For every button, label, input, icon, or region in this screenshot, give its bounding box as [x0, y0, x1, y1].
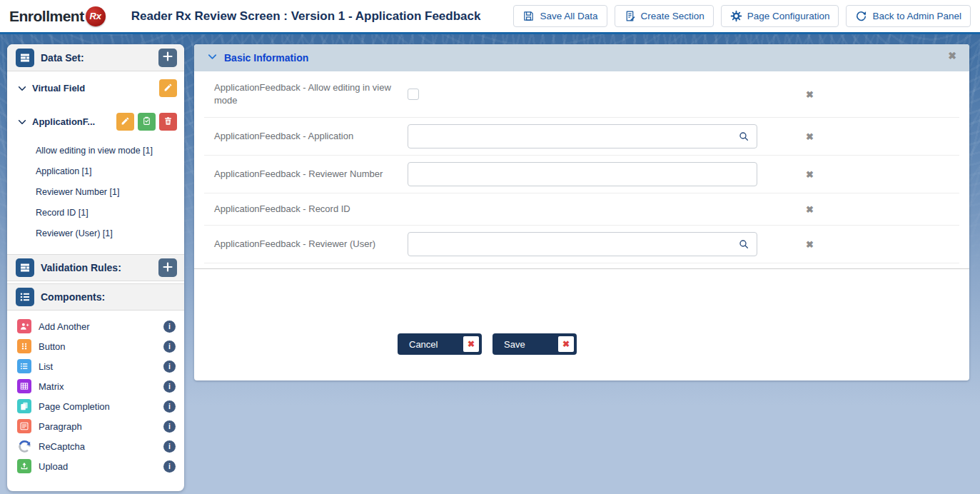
components-icon — [16, 288, 34, 306]
group-label: Virtual Field — [32, 83, 85, 94]
logo-text: Enrollment — [9, 8, 84, 25]
info-icon[interactable]: i — [163, 341, 176, 353]
edit-button[interactable] — [159, 79, 177, 97]
section-header[interactable]: Basic Information ✖ — [194, 44, 969, 71]
dataset-field-item[interactable]: Reviewer Number [1] — [7, 181, 184, 202]
form-field-row: ApplicationFeedback - Allow editing in v… — [204, 71, 959, 118]
dataset-groups: Virtual FieldApplicationF... — [7, 71, 184, 138]
search-icon[interactable] — [738, 131, 749, 142]
dataset-field-item[interactable]: Reviewer (User) [1] — [7, 223, 184, 243]
save-button[interactable]: Save ✖ — [492, 333, 577, 355]
close-section-button[interactable]: ✖ — [948, 51, 956, 61]
form-field-row: ApplicationFeedback - Reviewer Number✖ — [204, 156, 959, 193]
recaptcha-icon — [17, 439, 31, 453]
remove-field-button[interactable]: ✖ — [806, 132, 814, 141]
info-icon[interactable]: i — [163, 440, 176, 453]
chevron-down-icon[interactable] — [207, 51, 218, 65]
page-configuration-button[interactable]: Page Configuration — [721, 5, 839, 27]
component-item[interactable]: Page Completioni — [7, 396, 184, 416]
cancel-button-label: Cancel — [409, 339, 438, 350]
field-label: ApplicationFeedback - Record ID — [204, 203, 408, 216]
info-icon[interactable]: i — [163, 321, 176, 333]
component-list: Add AnotheriButtoniListiMatrixiPage Comp… — [7, 311, 184, 483]
field-label: ApplicationFeedback - Reviewer Number — [204, 168, 408, 181]
form-rows: ApplicationFeedback - Allow editing in v… — [204, 71, 959, 263]
chevron-down-icon[interactable] — [17, 117, 27, 127]
logo: Enrollment Rx — [9, 6, 106, 26]
component-label: Add Another — [39, 321, 90, 332]
back-to-admin-panel-button[interactable]: Back to Admin Panel — [846, 5, 971, 27]
delete-button[interactable] — [159, 113, 177, 131]
dataset-field-item[interactable]: Record ID [1] — [7, 202, 184, 223]
application-lookup-input[interactable] — [408, 124, 757, 148]
allow-editing-checkbox[interactable] — [408, 89, 419, 100]
dataset-header: Data Set: — [7, 44, 184, 71]
clipboard-icon — [142, 116, 151, 128]
dataset-field-list: Allow editing in view mode [1]Applicatio… — [7, 138, 184, 252]
pencil-icon — [121, 116, 130, 128]
component-item[interactable]: Paragraphi — [7, 416, 184, 436]
add-dataset-button[interactable] — [158, 49, 177, 67]
section-panel: Basic Information ✖ ApplicationFeedback … — [194, 44, 969, 380]
save-all-data-button[interactable]: Save All Data — [513, 5, 607, 27]
info-icon[interactable]: i — [163, 460, 176, 473]
top-header: Enrollment Rx Reader Rx Review Screen : … — [0, 0, 980, 34]
virtual-field-group[interactable]: Virtual Field — [7, 71, 184, 105]
dataset-label: Data Set: — [41, 52, 84, 64]
create-section-button[interactable]: Create Section — [615, 5, 714, 27]
component-item[interactable]: Listi — [7, 356, 184, 376]
dataset-field-item[interactable]: Application [1] — [7, 161, 184, 181]
save-button-label: Save — [504, 339, 525, 350]
edit-button[interactable] — [116, 113, 134, 131]
components-label: Components: — [41, 291, 105, 303]
component-label: Matrix — [39, 381, 64, 392]
button-icon — [17, 339, 31, 353]
page-title: Reader Rx Review Screen : Version 1 - Ap… — [106, 9, 507, 24]
pencil-icon — [163, 83, 173, 94]
list-icon — [17, 359, 31, 373]
applicationf-group[interactable]: ApplicationF... — [7, 105, 184, 138]
remove-field-button[interactable]: ✖ — [806, 90, 814, 99]
component-item[interactable]: ReCaptchai — [7, 436, 184, 456]
info-icon[interactable]: i — [163, 420, 176, 433]
field-label: ApplicationFeedback - Application — [204, 130, 408, 143]
upload-icon — [17, 459, 31, 473]
field-label: ApplicationFeedback - Allow editing in v… — [204, 81, 408, 107]
add-validation-rule-button[interactable] — [158, 258, 177, 277]
component-item[interactable]: Matrixi — [7, 376, 184, 396]
field-control — [408, 232, 757, 256]
clone-button[interactable] — [138, 113, 156, 131]
cancel-button[interactable]: Cancel ✖ — [398, 333, 482, 355]
header-button-label: Create Section — [641, 11, 704, 21]
component-item[interactable]: Uploadi — [7, 456, 184, 476]
component-label: Paragraph — [39, 421, 82, 432]
component-item[interactable]: Add Anotheri — [7, 316, 184, 336]
workspace-background: Data Set: Virtual FieldApplicationF... A… — [0, 34, 980, 494]
search-icon[interactable] — [738, 238, 749, 250]
group-actions — [159, 79, 177, 97]
info-icon[interactable]: i — [163, 380, 176, 393]
save-x-icon: ✖ — [558, 336, 574, 352]
reviewer-user-lookup-input[interactable] — [408, 232, 757, 256]
remove-field-button[interactable]: ✖ — [806, 240, 814, 249]
matrix-icon — [17, 379, 31, 393]
form-field-row: ApplicationFeedback - Application✖ — [204, 118, 959, 156]
info-icon[interactable]: i — [163, 400, 176, 413]
component-label: Button — [39, 341, 66, 352]
form-field-row: ApplicationFeedback - Record ID✖ — [204, 193, 959, 226]
remove-field-button[interactable]: ✖ — [806, 170, 814, 179]
remove-field-button[interactable]: ✖ — [806, 205, 814, 214]
header-button-label: Back to Admin Panel — [872, 11, 961, 21]
add-another-icon — [17, 319, 31, 333]
info-icon[interactable]: i — [163, 361, 176, 373]
component-item[interactable]: Buttoni — [7, 336, 184, 356]
chevron-down-icon[interactable] — [17, 84, 27, 94]
plus-icon — [162, 51, 173, 64]
create-section-icon — [624, 10, 636, 22]
cancel-x-icon: ✖ — [463, 336, 479, 352]
component-label: ReCaptcha — [39, 441, 85, 452]
gear-icon — [730, 10, 742, 22]
reviewer-number-input[interactable] — [408, 162, 757, 186]
dataset-field-item[interactable]: Allow editing in view mode [1] — [7, 140, 184, 161]
back-arrow-icon — [855, 10, 867, 22]
